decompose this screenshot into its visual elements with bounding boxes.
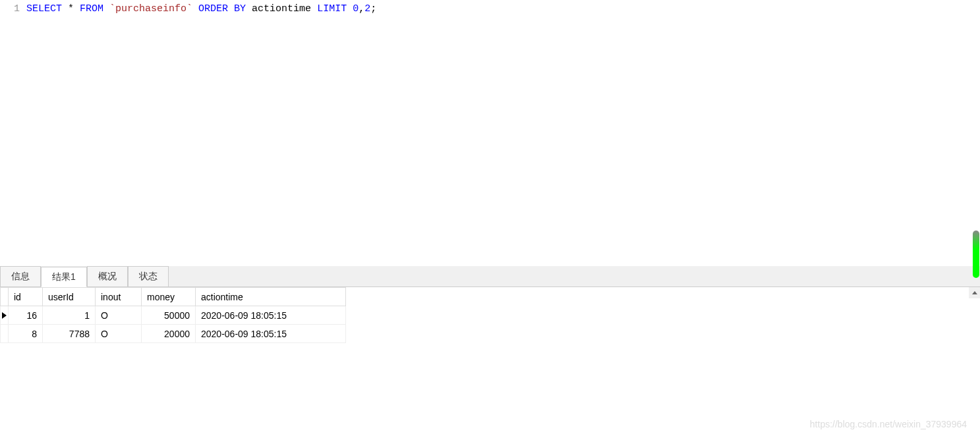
- cell-inout[interactable]: O: [96, 306, 142, 325]
- cell-inout[interactable]: O: [96, 325, 142, 343]
- row-indicator: [1, 306, 9, 325]
- sql-editor[interactable]: 1 SELECT * FROM `purchaseinfo` ORDER BY …: [0, 0, 980, 266]
- keyword-select: SELECT: [26, 3, 62, 14]
- cell-id[interactable]: 8: [9, 325, 43, 343]
- chevron-up-icon: [972, 291, 977, 294]
- token-num2: 2: [364, 3, 370, 14]
- results-area: id userId inout money actiontime 16 1 O …: [0, 287, 980, 436]
- table-row[interactable]: 8 7788 O 20000 2020-06-09 18:05:15: [1, 325, 346, 343]
- table-header-row: id userId inout money actiontime: [1, 288, 346, 306]
- results-tabs: 信息 结果1 概况 状态: [0, 266, 980, 287]
- line-number: 1: [14, 3, 20, 14]
- cell-money[interactable]: 20000: [142, 325, 196, 343]
- keyword-orderby: ORDER BY: [198, 3, 246, 14]
- row-indicator-header: [1, 288, 9, 306]
- current-row-arrow-icon: [2, 312, 7, 319]
- col-header-inout[interactable]: inout: [96, 288, 142, 306]
- keyword-from: FROM: [80, 3, 103, 14]
- col-header-id[interactable]: id: [9, 288, 43, 306]
- cell-userid[interactable]: 7788: [43, 325, 96, 343]
- cell-actiontime[interactable]: 2020-06-09 18:05:15: [196, 306, 346, 325]
- col-header-actiontime[interactable]: actiontime: [196, 288, 346, 306]
- cell-money[interactable]: 50000: [142, 306, 196, 325]
- cell-actiontime[interactable]: 2020-06-09 18:05:15: [196, 325, 346, 343]
- line-gutter: 1: [0, 0, 26, 266]
- col-header-userid[interactable]: userId: [43, 288, 96, 306]
- token-num0: 0: [353, 3, 359, 14]
- tab-profile[interactable]: 概况: [87, 266, 128, 286]
- col-header-money[interactable]: money: [142, 288, 196, 306]
- results-scroll-up[interactable]: [969, 287, 980, 298]
- table-row[interactable]: 16 1 O 50000 2020-06-09 18:05:15: [1, 306, 346, 325]
- tab-info[interactable]: 信息: [0, 266, 41, 286]
- code-content[interactable]: SELECT * FROM `purchaseinfo` ORDER BY ac…: [26, 0, 980, 266]
- token-table: `purchaseinfo`: [103, 3, 198, 14]
- token-star: *: [62, 3, 80, 14]
- token-comma: ,: [359, 3, 364, 14]
- token-space: [347, 3, 353, 14]
- tab-status[interactable]: 状态: [128, 266, 169, 286]
- editor-scrollbar[interactable]: [973, 231, 979, 278]
- token-column: actiontime: [246, 3, 317, 14]
- results-table[interactable]: id userId inout money actiontime 16 1 O …: [0, 287, 346, 343]
- row-indicator: [1, 325, 9, 343]
- watermark: https://blog.csdn.net/weixin_37939964: [810, 419, 967, 429]
- tab-result1[interactable]: 结果1: [41, 267, 87, 287]
- token-semi: ;: [370, 3, 376, 14]
- cell-id[interactable]: 16: [9, 306, 43, 325]
- keyword-limit: LIMIT: [317, 3, 347, 14]
- cell-userid[interactable]: 1: [43, 306, 96, 325]
